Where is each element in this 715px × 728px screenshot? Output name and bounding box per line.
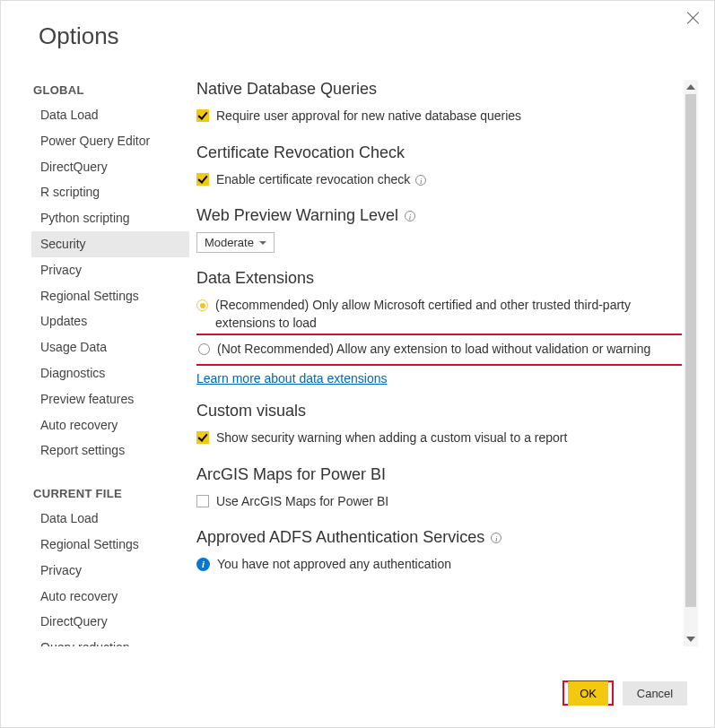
- label-data-ext-recommended: (Recommended) Only allow Microsoft certi…: [215, 297, 682, 332]
- sidebar-item-power-query-editor[interactable]: Power Query Editor: [31, 128, 189, 154]
- sidebar-item-updates[interactable]: Updates: [31, 308, 189, 334]
- sidebar: GLOBAL Data Load Power Query Editor Dire…: [31, 80, 189, 646]
- label-custom-visual-warning: Show security warning when adding a cust…: [216, 429, 682, 447]
- sidebar-item-preview-features[interactable]: Preview features: [31, 386, 189, 412]
- label-use-arcgis: Use ArcGIS Maps for Power BI: [216, 493, 682, 511]
- label-require-user-approval: Require user approval for new native dat…: [216, 108, 682, 126]
- label-adfs-none: You have not approved any authentication: [217, 556, 682, 574]
- cancel-button[interactable]: Cancel: [623, 681, 687, 706]
- sidebar-heading-current-file: CURRENT FILE: [31, 483, 189, 506]
- sidebar-item-regional-settings[interactable]: Regional Settings: [31, 283, 189, 309]
- section-title-custom-visuals: Custom visuals: [196, 402, 682, 420]
- radio-data-ext-not-recommended[interactable]: [198, 343, 210, 355]
- info-icon[interactable]: i: [405, 211, 415, 221]
- sidebar-item-cf-data-load[interactable]: Data Load: [31, 506, 189, 532]
- scroll-up-icon[interactable]: [684, 80, 698, 94]
- label-data-ext-not-recommended: (Not Recommended) Allow any extension to…: [217, 341, 676, 359]
- ok-button[interactable]: OK: [568, 681, 608, 706]
- sidebar-item-cf-directquery[interactable]: DirectQuery: [31, 609, 189, 635]
- sidebar-item-cf-query-reduction[interactable]: Query reduction: [31, 635, 189, 646]
- sidebar-item-cf-regional-settings[interactable]: Regional Settings: [31, 532, 189, 558]
- section-title-arcgis: ArcGIS Maps for Power BI: [196, 465, 682, 484]
- info-icon: i: [196, 558, 210, 571]
- checkbox-enable-cert-revocation[interactable]: [196, 173, 209, 186]
- sidebar-item-security[interactable]: Security: [31, 231, 189, 257]
- info-icon[interactable]: i: [415, 175, 426, 186]
- scroll-down-icon[interactable]: [684, 632, 698, 646]
- section-title-data-extensions: Data Extensions: [196, 269, 682, 288]
- label-enable-cert-revocation: Enable certificate revocation check i: [216, 171, 682, 189]
- sidebar-item-data-load[interactable]: Data Load: [31, 102, 189, 128]
- sidebar-item-diagnostics[interactable]: Diagnostics: [31, 360, 189, 386]
- section-title-native-db: Native Database Queries: [196, 80, 682, 99]
- radio-data-ext-recommended[interactable]: [196, 299, 208, 311]
- sidebar-item-python-scripting[interactable]: Python scripting: [31, 205, 189, 231]
- checkbox-require-user-approval[interactable]: [196, 109, 209, 122]
- section-title-cert-revocation: Certificate Revocation Check: [196, 143, 682, 162]
- sidebar-item-usage-data[interactable]: Usage Data: [31, 334, 189, 360]
- sidebar-heading-global: GLOBAL: [31, 80, 189, 102]
- checkbox-use-arcgis[interactable]: [196, 495, 209, 507]
- sidebar-item-directquery[interactable]: DirectQuery: [31, 154, 189, 180]
- dialog-title: Options: [39, 22, 119, 50]
- sidebar-item-auto-recovery[interactable]: Auto recovery: [31, 412, 189, 438]
- sidebar-item-privacy[interactable]: Privacy: [31, 257, 189, 283]
- close-icon[interactable]: [685, 10, 702, 26]
- sidebar-item-r-scripting[interactable]: R scripting: [31, 179, 189, 205]
- scrollbar[interactable]: [684, 80, 698, 646]
- sidebar-item-cf-privacy[interactable]: Privacy: [31, 558, 189, 584]
- dropdown-web-preview-value: Moderate: [205, 236, 254, 249]
- scroll-thumb[interactable]: [685, 94, 696, 607]
- settings-pane: Native Database Queries Require user app…: [196, 80, 682, 646]
- info-icon[interactable]: i: [491, 533, 501, 543]
- dropdown-web-preview-level[interactable]: Moderate: [196, 232, 275, 253]
- sidebar-item-report-settings[interactable]: Report settings: [31, 438, 189, 464]
- section-title-adfs: Approved ADFS Authentication Services i: [196, 528, 682, 547]
- section-title-web-preview: Web Preview Warning Level i: [196, 206, 682, 225]
- link-learn-more-data-extensions[interactable]: Learn more about data extensions: [196, 371, 387, 386]
- chevron-down-icon: [259, 241, 266, 245]
- sidebar-item-cf-auto-recovery[interactable]: Auto recovery: [31, 584, 189, 610]
- checkbox-custom-visual-warning[interactable]: [196, 431, 209, 444]
